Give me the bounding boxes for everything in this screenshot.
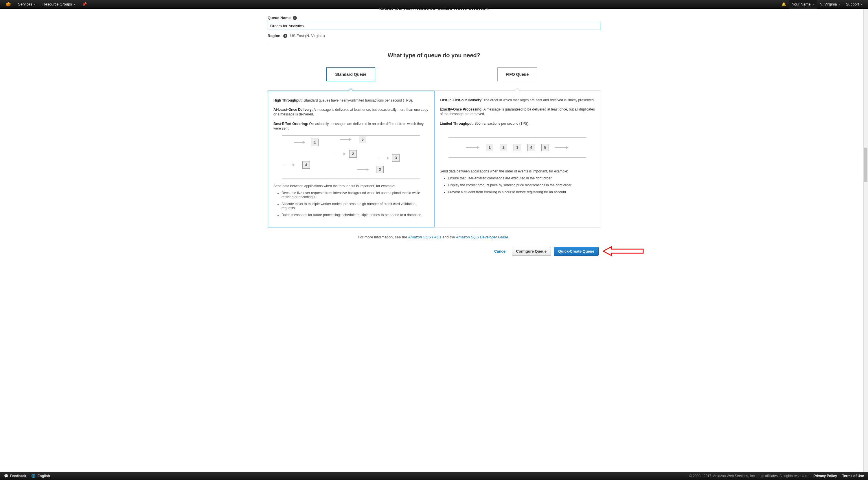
region-row: Region i US East (N. Virginia) [268, 34, 600, 42]
diagram-box: 3 [392, 154, 400, 162]
region-menu[interactable]: N. Virginia ▾ [817, 0, 843, 9]
standard-feature-2: At-Least-Once Delivery: A message is del… [273, 107, 429, 117]
list-item: Allocate tasks to multiple worker nodes:… [281, 202, 429, 210]
queue-type-cards: High Throughput: Standard queues have ne… [268, 91, 600, 227]
list-item: Decouple live user requests from intensi… [281, 191, 429, 199]
standard-feature-1: High Throughput: Standard queues have ne… [273, 98, 429, 103]
fifo-usecase-intro: Send data between applications when the … [440, 169, 595, 173]
region-label: N. Virginia [820, 2, 837, 6]
fifo-feature-2: Exactly-Once Processing: A message is gu… [440, 107, 595, 116]
diagram-box: 1 [486, 144, 493, 151]
pin-shortcut[interactable]: 📌 [79, 0, 90, 9]
queue-name-input[interactable] [268, 22, 600, 30]
resource-groups-label: Resource Groups [42, 2, 72, 6]
info-icon[interactable]: i [283, 34, 287, 38]
notifications[interactable]: 🔔 [779, 0, 789, 9]
queue-name-label-row: Queue Name i [268, 15, 600, 20]
diagram-box: 4 [302, 161, 310, 169]
info-icon[interactable]: i [293, 16, 297, 20]
more-info: For more information, see the Amazon SQS… [268, 235, 600, 239]
top-nav-right: 🔔 Your Name ▾ N. Virginia ▾ Support ▾ [779, 0, 865, 9]
standard-usecase-intro: Send data between applications when the … [273, 184, 429, 188]
link-sqs-faqs[interactable]: Amazon SQS FAQs [408, 235, 441, 239]
action-row: Cancel Configure Queue Quick-Create Queu… [268, 247, 600, 256]
svg-marker-3 [603, 247, 643, 255]
card-fifo-queue[interactable]: First-In-First-out Delivery: The order i… [434, 91, 600, 227]
cancel-link[interactable]: Cancel [494, 249, 507, 253]
link-sqs-dev-guide[interactable]: Amazon SQS Developer Guide [456, 235, 508, 239]
configure-queue-button[interactable]: Configure Queue [512, 247, 551, 256]
region-value: US East (N. Virginia) [290, 34, 325, 38]
chevron-down-icon: ▾ [812, 3, 814, 6]
top-nav-left: Services ▾ Resource Groups ▾ 📌 [3, 0, 90, 9]
tab-fifo-queue[interactable]: FIFO Queue [497, 67, 537, 81]
standard-feature-3: Best-Effort Ordering: Occasionally, mess… [273, 122, 429, 131]
list-item: Display the correct product price by sen… [448, 183, 595, 187]
fifo-usecase-list: Ensure that user-entered commands are ex… [440, 176, 595, 194]
list-item: Ensure that user-entered commands are ex… [448, 176, 595, 180]
scrollbar-thumb[interactable] [864, 148, 867, 182]
fifo-feature-3: Limited Throughput: 300 transactions per… [440, 121, 595, 126]
tab-standard-queue[interactable]: Standard Queue [327, 67, 375, 81]
diagram-box: 2 [349, 150, 357, 158]
diagram-box: 3 [376, 166, 384, 173]
list-item: Prevent a student from enrolling in a co… [448, 190, 595, 194]
region-label: Region [268, 34, 280, 38]
chevron-down-icon: ▾ [34, 3, 36, 6]
card-pointer [515, 88, 520, 91]
diagram-box: 5 [359, 136, 366, 143]
queue-type-heading: What type of queue do you need? [268, 52, 600, 59]
fifo-feature-1: First-In-First-out Delivery: The order i… [440, 98, 595, 102]
queue-name-label: Queue Name [268, 15, 290, 20]
annotation-arrow [603, 246, 644, 257]
card-pointer [348, 88, 354, 91]
chevron-down-icon: ▾ [861, 3, 862, 6]
list-item: Batch messages for future processing: sc… [281, 213, 429, 217]
arrow-icon [466, 146, 479, 149]
bell-icon: 🔔 [781, 2, 786, 6]
services-menu[interactable]: Services ▾ [15, 0, 38, 9]
account-menu[interactable]: Your Name ▾ [789, 0, 817, 9]
support-label: Support [846, 2, 859, 6]
diagram-box: 1 [311, 138, 318, 146]
services-label: Services [18, 2, 32, 6]
arrow-icon [555, 146, 568, 149]
diagram-box: 5 [541, 144, 549, 151]
quick-create-queue-button[interactable]: Quick-Create Queue [554, 247, 599, 256]
standard-diagram: 1 5 2 3 4 3 [282, 135, 420, 179]
vertical-scrollbar[interactable] [863, 9, 868, 279]
diagram-box: 3 [514, 144, 521, 151]
diagram-box: 2 [500, 144, 507, 151]
account-label: Your Name [792, 2, 811, 6]
pin-icon: 📌 [82, 2, 87, 6]
support-menu[interactable]: Support ▾ [843, 0, 865, 9]
fifo-diagram: 1 2 3 4 5 [448, 137, 586, 158]
diagram-box: 4 [527, 144, 535, 151]
card-standard-queue[interactable]: High Throughput: Standard queues have ne… [268, 91, 434, 227]
queue-type-tabs: Standard Queue FIFO Queue [268, 67, 600, 81]
main-content: What do you want to name your queue? Que… [268, 7, 600, 279]
resource-groups-menu[interactable]: Resource Groups ▾ [40, 0, 78, 9]
chevron-down-icon: ▾ [838, 3, 840, 6]
cube-icon [6, 2, 11, 7]
aws-logo[interactable] [3, 0, 14, 9]
chevron-down-icon: ▾ [74, 3, 75, 6]
standard-usecase-list: Decouple live user requests from intensi… [273, 191, 429, 217]
page-title-partial: What do you want to name your queue? [268, 7, 600, 10]
